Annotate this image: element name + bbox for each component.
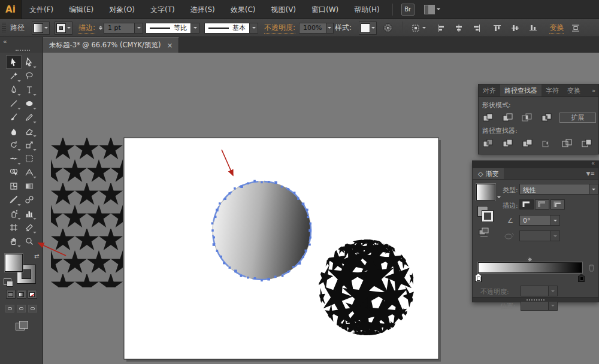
perspective-grid-tool[interactable] [22,165,37,179]
gradient-stop-white[interactable] [475,274,482,282]
paintbrush-tool[interactable] [6,110,22,124]
width-tool[interactable] [6,151,22,165]
opacity-field[interactable]: 100% [299,23,334,34]
stroke-weight-field[interactable]: 1 pt [104,23,143,34]
recolor-artwork-button[interactable] [383,23,393,33]
panel-resize-grip[interactable] [473,297,598,302]
color-mode-button[interactable] [6,290,16,299]
crop-button[interactable] [540,138,555,148]
menu-file[interactable]: 文件(F) [22,0,61,19]
gradient-tool[interactable] [22,179,37,193]
workspace-switcher[interactable] [424,5,440,14]
direct-selection-tool[interactable] [22,55,37,69]
align-top-button[interactable] [493,24,501,32]
stroke-within-button[interactable] [519,199,534,210]
minus-back-button[interactable] [580,138,594,148]
opacity-panel-link[interactable]: 不透明度: [264,23,295,34]
panel-menu-icon[interactable]: ▼≡ [583,168,598,179]
align-left-button[interactable] [437,24,445,32]
gradient-fill-stroke-toggle[interactable] [477,206,494,223]
trim-button[interactable] [501,138,515,148]
tab-transform[interactable]: 变换 [563,84,585,96]
distribute-spacing-button[interactable] [571,24,580,32]
none-mode-button[interactable] [28,290,37,299]
artboard-tool[interactable] [6,220,22,234]
menu-object[interactable]: 对象(O) [101,0,143,19]
eyedropper-tool[interactable] [6,193,22,207]
menu-window[interactable]: 窗口(W) [304,0,346,19]
rotate-tool[interactable] [6,138,22,151]
divide-button[interactable] [481,138,495,148]
eraser-tool[interactable] [22,124,37,138]
collapse-panel-icon[interactable]: « [3,38,7,46]
scale-tool[interactable] [22,138,37,151]
gradient-mode-button[interactable] [17,290,26,299]
symbol-sprayer-tool[interactable] [6,207,22,220]
variable-width-profile-select[interactable]: 等比 [146,23,199,34]
blob-brush-tool[interactable] [6,124,22,138]
align-center-button[interactable] [455,24,463,32]
graphic-style-picker[interactable] [359,22,377,35]
free-transform-tool[interactable] [22,151,37,165]
line-segment-tool[interactable] [6,96,22,110]
pen-tool[interactable] [6,83,22,96]
slice-tool[interactable] [22,220,37,234]
star-pattern-tile[interactable] [51,138,123,287]
tab-align[interactable]: 对齐 [479,84,500,96]
align-middle-button[interactable] [511,24,519,32]
pencil-tool[interactable] [22,110,37,124]
gradient-angle-select[interactable]: 0° [519,215,560,226]
ellipse-tool[interactable] [22,96,37,110]
shape-builder-tool[interactable] [6,165,22,179]
type-tool[interactable] [22,83,37,96]
tab-pathfinder[interactable]: 路径查找器 [500,84,541,96]
menu-help[interactable]: 帮助(H) [346,0,387,19]
transform-panel-link[interactable]: 变换 [549,23,564,34]
menu-view[interactable]: 视图(V) [263,0,304,19]
align-to-selector[interactable] [412,24,426,32]
gradient-stop-black[interactable] [578,274,585,282]
outline-button[interactable] [560,138,574,148]
default-fill-stroke-icon[interactable] [4,278,11,285]
gradient-slider[interactable] [478,262,582,273]
gradient-swatch[interactable] [476,184,495,201]
fill-color-picker[interactable] [32,22,50,35]
merge-button[interactable] [521,138,535,148]
magic-wand-tool[interactable] [6,69,22,83]
toolbar-grip[interactable] [16,50,30,51]
bridge-button[interactable]: Br [401,4,415,16]
stroke-weight-stepper[interactable] [99,24,102,32]
exclude-button[interactable] [540,112,554,123]
intersect-button[interactable] [520,112,534,123]
menu-effect[interactable]: 效果(C) [223,0,264,19]
menu-select[interactable]: 选择(S) [183,0,223,19]
expand-button[interactable]: 扩展 [559,113,596,123]
unite-button[interactable] [481,112,495,123]
draw-behind-button[interactable] [17,305,26,313]
lasso-tool[interactable] [22,69,37,83]
gradient-midpoint-handle[interactable] [527,257,533,263]
mesh-tool[interactable] [6,179,22,193]
reverse-gradient-icon[interactable] [479,228,491,237]
tab-character[interactable]: 字符 [541,84,563,96]
document-tab[interactable]: 未标题-3* @ 66.67% (CMYK/预览) × [43,37,179,53]
menu-edit[interactable]: 编辑(E) [61,0,101,19]
stroke-color-picker[interactable] [55,22,72,35]
close-icon[interactable]: × [167,41,173,50]
stroke-across-button[interactable] [550,199,565,210]
panel-overflow-icon[interactable]: » [589,84,598,96]
selection-tool[interactable] [6,55,22,69]
chevron-down-icon[interactable] [497,196,501,200]
brush-definition-select[interactable]: 基本 [204,23,258,34]
align-right-button[interactable] [473,24,481,32]
align-bottom-button[interactable] [529,24,537,32]
controlbar-grip[interactable] [2,23,6,34]
draw-normal-button[interactable] [5,305,14,313]
screen-mode-button[interactable] [16,321,28,330]
stroke-along-button[interactable] [535,199,549,210]
menu-type[interactable]: 文字(T) [143,0,183,19]
hand-tool[interactable] [6,234,22,248]
blend-tool[interactable] [22,193,37,207]
fill-indicator[interactable] [5,254,23,272]
stroke-panel-link[interactable]: 描边: [78,23,95,34]
